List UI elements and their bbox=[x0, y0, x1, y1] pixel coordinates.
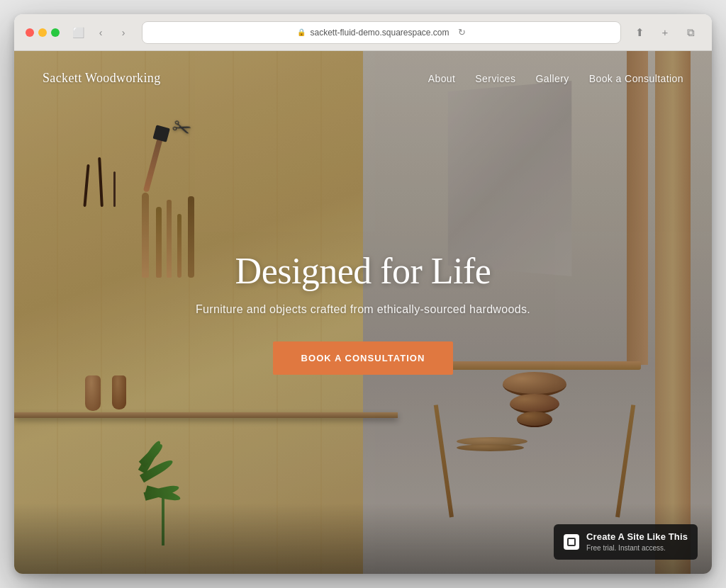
nav-gallery[interactable]: Gallery bbox=[535, 73, 569, 84]
hero-content: Designed for Life Furniture and objects … bbox=[164, 250, 562, 375]
url-text: sackett-fluid-demo.squarespace.com bbox=[310, 28, 449, 38]
address-bar[interactable]: 🔒 sackett-fluid-demo.squarespace.com ↻ bbox=[142, 21, 621, 44]
sidebar-toggle-button[interactable]: ⬜ bbox=[68, 23, 88, 43]
tabs-button[interactable]: ⧉ bbox=[681, 23, 700, 43]
new-tab-button[interactable]: + bbox=[655, 23, 675, 43]
nav-book-consultation[interactable]: Book a Consultation bbox=[589, 73, 683, 84]
toolbar-right: ⬆ + ⧉ bbox=[630, 23, 700, 43]
hero-title: Designed for Life bbox=[164, 250, 562, 292]
traffic-lights bbox=[26, 28, 60, 37]
hero-subtitle: Furniture and objects crafted from ethic… bbox=[164, 303, 562, 316]
badge-subtitle: Free trial. Instant access. bbox=[586, 543, 688, 553]
site-logo: Sackett Woodworking bbox=[43, 71, 161, 86]
close-button[interactable] bbox=[26, 28, 34, 37]
back-button[interactable]: ‹ bbox=[91, 23, 111, 43]
forward-button[interactable]: › bbox=[113, 23, 133, 43]
browser-window: ⬜ ‹ › 🔒 sackett-fluid-demo.squarespace.c… bbox=[14, 14, 712, 574]
squarespace-logo-mark bbox=[567, 538, 576, 546]
maximize-button[interactable] bbox=[51, 28, 60, 37]
share-button[interactable]: ⬆ bbox=[630, 23, 649, 43]
website-content: ✂ bbox=[14, 51, 712, 574]
minimize-button[interactable] bbox=[38, 28, 47, 37]
reload-button[interactable]: ↻ bbox=[458, 27, 466, 38]
nav-services[interactable]: Services bbox=[475, 73, 515, 84]
site-menu: About Services Gallery Book a Consultati… bbox=[428, 73, 683, 84]
browser-chrome: ⬜ ‹ › 🔒 sackett-fluid-demo.squarespace.c… bbox=[14, 14, 712, 51]
nav-buttons: ⬜ ‹ › bbox=[68, 23, 133, 43]
squarespace-logo-icon bbox=[564, 534, 579, 550]
badge-text-block: Create A Site Like This Free trial. Inst… bbox=[586, 531, 688, 553]
badge-title: Create A Site Like This bbox=[586, 531, 688, 543]
cta-book-consultation-button[interactable]: Book a Consultation bbox=[273, 341, 454, 375]
lock-icon: 🔒 bbox=[297, 28, 306, 36]
nav-about[interactable]: About bbox=[428, 73, 456, 84]
squarespace-badge[interactable]: Create A Site Like This Free trial. Inst… bbox=[554, 524, 698, 560]
site-nav: Sackett Woodworking About Services Galle… bbox=[14, 51, 712, 106]
